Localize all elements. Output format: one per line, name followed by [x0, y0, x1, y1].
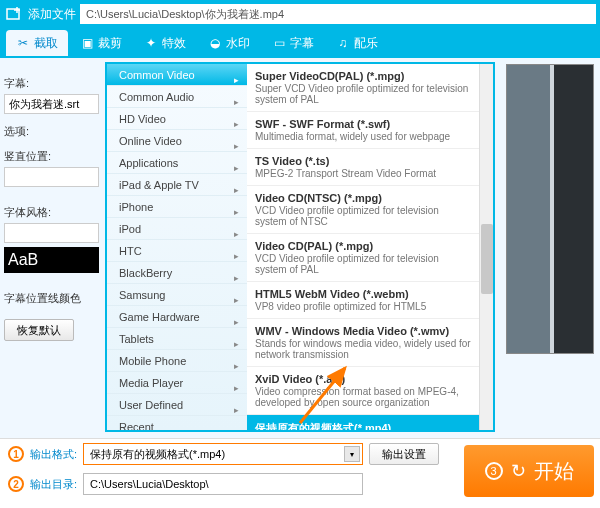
- category-item[interactable]: Applications▸: [107, 152, 247, 174]
- output-dir-field[interactable]: [83, 473, 363, 495]
- line-color-label: 字幕位置线颜色: [4, 291, 101, 306]
- output-format-label: 输出格式:: [30, 447, 77, 462]
- format-item[interactable]: TS Video (*.ts)MPEG-2 Transport Stream V…: [247, 149, 479, 186]
- subtitle-icon: ▭: [272, 36, 286, 50]
- tab-subtitle[interactable]: ▭字幕: [262, 30, 324, 56]
- output-format-value: 保持原有的视频格式(*.mp4): [90, 447, 225, 462]
- refresh-icon: ↻: [511, 460, 526, 482]
- category-item[interactable]: User Defined▸: [107, 394, 247, 416]
- format-title: HTML5 WebM Video (*.webm): [255, 288, 471, 300]
- droplet-icon: ◒: [208, 36, 222, 50]
- add-file-label[interactable]: 添加文件: [28, 6, 76, 23]
- format-description: Video compression format based on MPEG-4…: [255, 386, 471, 408]
- music-icon: ♫: [336, 36, 350, 50]
- format-item[interactable]: 保持原有的视频格式(*.mp4)Keep Original Video Form…: [247, 415, 479, 430]
- add-file-icon[interactable]: [4, 4, 24, 24]
- format-item[interactable]: Video CD(NTSC) (*.mpg)VCD Video profile …: [247, 186, 479, 234]
- category-label: Common Video: [119, 69, 195, 81]
- output-settings-button[interactable]: 输出设置: [369, 443, 439, 465]
- format-item[interactable]: WMV - Windows Media Video (*.wmv)Stands …: [247, 319, 479, 367]
- start-button-label: 开始: [534, 458, 574, 485]
- step-2-badge: 2: [8, 476, 24, 492]
- category-list: Common Video▸Common Audio▸HD Video▸Onlin…: [107, 64, 247, 430]
- subtitle-label: 字幕:: [4, 76, 101, 91]
- category-item[interactable]: HTC▸: [107, 240, 247, 262]
- category-item[interactable]: Samsung▸: [107, 284, 247, 306]
- category-label: Tablets: [119, 333, 154, 345]
- category-item[interactable]: Recent▸: [107, 416, 247, 430]
- category-item[interactable]: iPhone▸: [107, 196, 247, 218]
- format-title: TS Video (*.ts): [255, 155, 471, 167]
- category-label: iPod: [119, 223, 141, 235]
- format-list-container: Super VideoCD(PAL) (*.mpg)Super VCD Vide…: [247, 64, 493, 430]
- category-label: BlackBerry: [119, 267, 172, 279]
- file-path-display: C:\Users\Lucia\Desktop\你为我着迷.mp4: [80, 4, 596, 24]
- category-item[interactable]: HD Video▸: [107, 108, 247, 130]
- format-item[interactable]: Video CD(PAL) (*.mpg)VCD Video profile o…: [247, 234, 479, 282]
- tab-watermark[interactable]: ◒水印: [198, 30, 260, 56]
- format-description: VCD Video profile optimized for televisi…: [255, 253, 471, 275]
- scrollbar-thumb[interactable]: [481, 224, 493, 294]
- category-item[interactable]: Online Video▸: [107, 130, 247, 152]
- category-item[interactable]: Tablets▸: [107, 328, 247, 350]
- category-label: Samsung: [119, 289, 165, 301]
- subtitle-settings-panel: 字幕: 选项: 竖直位置: 字体风格: AaB 字幕位置线颜色 恢复默认: [0, 58, 105, 438]
- font-preview-swatch[interactable]: AaB: [4, 247, 99, 273]
- start-button[interactable]: 3 ↻ 开始: [464, 445, 594, 497]
- step-3-badge: 3: [485, 462, 503, 480]
- category-item[interactable]: BlackBerry▸: [107, 262, 247, 284]
- tab-music[interactable]: ♫配乐: [326, 30, 388, 56]
- category-label: Media Player: [119, 377, 183, 389]
- format-title: WMV - Windows Media Video (*.wmv): [255, 325, 471, 337]
- category-item[interactable]: iPad & Apple TV▸: [107, 174, 247, 196]
- category-label: iPad & Apple TV: [119, 179, 199, 191]
- category-item[interactable]: Mobile Phone▸: [107, 350, 247, 372]
- category-label: iPhone: [119, 201, 153, 213]
- format-description: VCD Video profile optimized for televisi…: [255, 205, 471, 227]
- restore-defaults-button[interactable]: 恢复默认: [4, 319, 74, 341]
- tab-subtitle-label: 字幕: [290, 35, 314, 52]
- format-scrollbar[interactable]: [479, 64, 493, 430]
- subtitle-file-field[interactable]: [4, 94, 99, 114]
- category-item[interactable]: Media Player▸: [107, 372, 247, 394]
- format-dropdown-panel: Common Video▸Common Audio▸HD Video▸Onlin…: [105, 62, 495, 432]
- category-item[interactable]: iPod▸: [107, 218, 247, 240]
- category-label: HD Video: [119, 113, 166, 125]
- category-label: Recent: [119, 421, 154, 430]
- font-style-field[interactable]: [4, 223, 99, 243]
- step-1-badge: 1: [8, 446, 24, 462]
- format-title: XviD Video (*.avi): [255, 373, 471, 385]
- category-label: User Defined: [119, 399, 183, 411]
- format-item[interactable]: XviD Video (*.avi)Video compression form…: [247, 367, 479, 415]
- font-style-label: 字体风格:: [4, 205, 101, 220]
- category-item[interactable]: Game Hardware▸: [107, 306, 247, 328]
- format-title: Video CD(NTSC) (*.mpg): [255, 192, 471, 204]
- category-item[interactable]: Common Video▸: [107, 64, 247, 86]
- category-label: Online Video: [119, 135, 182, 147]
- preview-frame: [507, 65, 593, 353]
- tab-crop-label: 截取: [34, 35, 58, 52]
- output-format-combo[interactable]: 保持原有的视频格式(*.mp4) ▾: [83, 443, 363, 465]
- chevron-right-icon: ▸: [234, 421, 239, 430]
- chevron-down-icon[interactable]: ▾: [344, 446, 360, 462]
- category-item[interactable]: Common Audio▸: [107, 86, 247, 108]
- format-description: Multimedia format, widely used for webpa…: [255, 131, 471, 142]
- format-item[interactable]: SWF - SWF Format (*.swf)Multimedia forma…: [247, 112, 479, 149]
- category-label: Mobile Phone: [119, 355, 186, 367]
- options-label: 选项:: [4, 124, 101, 139]
- format-title: Super VideoCD(PAL) (*.mpg): [255, 70, 471, 82]
- tab-effects[interactable]: ✦特效: [134, 30, 196, 56]
- format-item[interactable]: HTML5 WebM Video (*.webm)VP8 video profi…: [247, 282, 479, 319]
- format-item[interactable]: Super VideoCD(PAL) (*.mpg)Super VCD Vide…: [247, 64, 479, 112]
- category-label: Applications: [119, 157, 178, 169]
- vertical-position-label: 竖直位置:: [4, 149, 101, 164]
- bottom-bar: 1 输出格式: 保持原有的视频格式(*.mp4) ▾ 输出设置 2 输出目录: …: [0, 438, 600, 508]
- vertical-position-field[interactable]: [4, 167, 99, 187]
- format-title: 保持原有的视频格式(*.mp4): [255, 421, 471, 430]
- tab-cut[interactable]: ▣裁剪: [70, 30, 132, 56]
- video-preview: [506, 64, 594, 354]
- tab-crop[interactable]: ✂截取: [6, 30, 68, 56]
- magic-icon: ✦: [144, 36, 158, 50]
- tool-tabs: ✂截取 ▣裁剪 ✦特效 ◒水印 ▭字幕 ♫配乐: [0, 28, 600, 58]
- format-description: VP8 video profile optimized for HTML5: [255, 301, 471, 312]
